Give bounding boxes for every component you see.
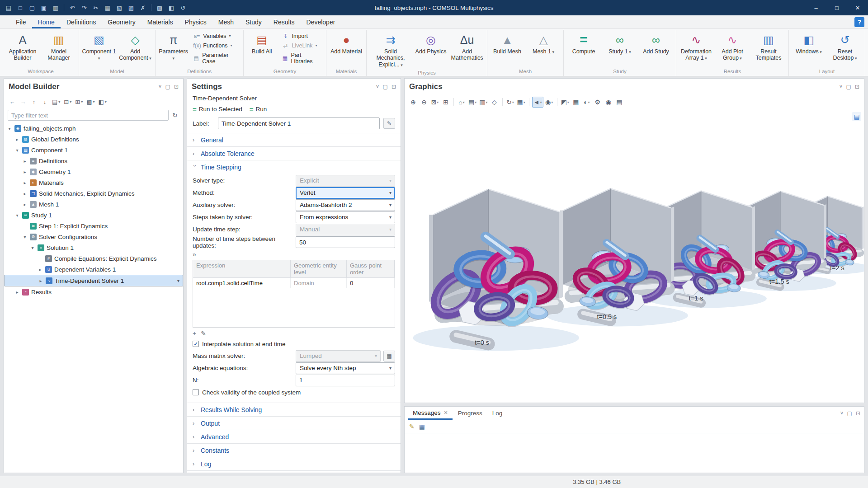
tree-item[interactable]: ▾◈falling_objects.mph [4, 123, 183, 134]
edit-table-button[interactable]: ✎ [201, 330, 206, 337]
section-absolute-tolerance-header[interactable]: › Absolute Tolerance [187, 147, 401, 160]
pin-panel-icon[interactable]: ⊡ [855, 84, 859, 90]
new-file-icon[interactable]: □ [15, 2, 25, 13]
reset-icon[interactable]: ↺ [178, 2, 188, 13]
app-menu-icon[interactable]: ▤ [4, 2, 14, 13]
copy-table-button[interactable]: ▦ [419, 423, 425, 430]
default-view-button[interactable]: ⌂ [457, 97, 467, 108]
checkbox-checked-icon[interactable]: ✓ [193, 341, 199, 347]
zoom-extents-button[interactable]: ⊠ [430, 97, 440, 108]
tree-caret-expanded-icon[interactable]: ▾ [14, 148, 20, 153]
add-mathematics-button[interactable]: Δu Add Mathematics [449, 30, 485, 69]
forward-button[interactable]: → [19, 97, 28, 107]
application-builder-button[interactable]: A Application Builder [5, 30, 41, 67]
table-button[interactable]: ▦ [571, 97, 581, 108]
mesh1-button[interactable]: △ Mesh 1 [525, 30, 561, 67]
copy-icon[interactable]: ▦ [103, 2, 113, 13]
import-button[interactable]: ↧ Import [279, 32, 324, 40]
tree-caret-collapsed-icon[interactable]: ▸ [22, 159, 28, 164]
view-plane-button[interactable]: ▥ [478, 97, 488, 108]
table-header[interactable]: Gauss-point order [347, 260, 395, 278]
solid-mechanics-button[interactable]: ⇉ Solid Mechanics, Explici... [368, 30, 413, 69]
tree-caret-collapsed-icon[interactable]: ▸ [38, 267, 43, 272]
toggle-view-button[interactable]: ◧ [97, 97, 107, 107]
section-advanced-header[interactable]: › Advanced [187, 430, 401, 443]
tree-item[interactable]: ▸◔Results [4, 286, 183, 297]
section-changes-from-defaults-header[interactable]: › Changes from Default Settings [187, 471, 401, 473]
section-time-stepping-header[interactable]: › Time Stepping [187, 160, 401, 174]
menu-home[interactable]: Home [32, 15, 61, 28]
section-output-header[interactable]: › Output [187, 417, 401, 430]
float-panel-icon[interactable]: ▢ [846, 84, 851, 90]
duplicate-icon[interactable]: ▨ [126, 2, 136, 13]
add-study-button[interactable]: ∞ Add Study [638, 30, 674, 67]
model-manager-button[interactable]: ▥ Model Manager [41, 30, 77, 67]
menu-definitions[interactable]: Definitions [61, 15, 102, 28]
functions-button[interactable]: f(x) Functions [190, 42, 241, 50]
graphics-canvas[interactable]: t=0 s t=0.5 s t=1 s t=1.5 s t=2 s ▤ [405, 109, 864, 403]
collapse-panel-icon[interactable]: ˅ [840, 84, 843, 90]
plot-settings-button[interactable]: ▦ [516, 97, 526, 108]
add-plot-group-button[interactable]: ∿ Add Plot Group [714, 30, 750, 67]
run-to-selected-button[interactable]: = Run to Selected [193, 105, 242, 113]
run-button[interactable]: = Run [250, 105, 267, 113]
float-panel-icon[interactable]: ▢ [383, 84, 388, 90]
filter-input[interactable] [8, 110, 169, 121]
add-row-button[interactable]: + [193, 330, 196, 337]
tree-caret-collapsed-icon[interactable]: ▸ [38, 278, 43, 283]
tree-item[interactable]: ▸⇉Solid Mechanics, Explicit Dynamics [4, 188, 183, 199]
paste-icon[interactable]: ▧ [114, 2, 124, 13]
select-mode-button[interactable]: ◄ [532, 97, 543, 108]
component-button[interactable]: ▧ Component 1 [81, 30, 117, 67]
tree-item[interactable]: ▸▲Mesh 1 [4, 199, 183, 210]
windows-button[interactable]: ◧ Windows [791, 30, 827, 67]
show-button[interactable]: ▤ [51, 97, 61, 107]
table-header[interactable]: Geometric entity level [291, 260, 347, 278]
mass-matrix-settings-button[interactable]: ▦ [383, 351, 395, 361]
clear-messages-button[interactable]: ✎ [409, 423, 415, 430]
tree-caret-collapsed-icon[interactable]: ▸ [14, 290, 20, 295]
camera-button[interactable]: ◉ [604, 97, 613, 108]
menu-materials[interactable]: Materials [142, 15, 179, 28]
section-constants-header[interactable]: › Constants [187, 444, 401, 457]
help-button[interactable]: ? [854, 17, 864, 27]
menu-results[interactable]: Results [268, 15, 301, 28]
open-icon[interactable]: ▢ [27, 2, 37, 13]
build-mesh-button[interactable]: ▲ Build Mesh [489, 30, 525, 67]
tree-caret-collapsed-icon[interactable]: ▸ [22, 191, 28, 196]
tree-item[interactable]: ▸uDependent Variables 1 [4, 264, 183, 275]
update-plot-button[interactable]: ↻ [505, 97, 515, 108]
tree-caret-expanded-icon[interactable]: ▾ [7, 126, 12, 131]
tree-item[interactable]: ▸◍Global Definitions [4, 134, 183, 145]
tab-progress[interactable]: Progress [453, 407, 487, 420]
environment-button[interactable]: ◩ [560, 97, 570, 108]
cut-icon[interactable]: ✂ [91, 2, 101, 13]
compute-button[interactable]: = Compute [566, 30, 602, 67]
collapse-panel-icon[interactable]: ˅ [840, 410, 844, 417]
check-validity-checkbox-row[interactable]: Check validity of the coupled system [193, 386, 395, 398]
collapse-all-button[interactable]: ⊟ [63, 97, 72, 107]
add-physics-button[interactable]: ◎ Add Physics [413, 30, 449, 69]
steps-taken-select[interactable]: From expressions [296, 211, 395, 223]
tree-caret-expanded-icon[interactable]: ▾ [22, 235, 28, 239]
move-up-button[interactable]: ↑ [29, 97, 38, 107]
pin-panel-icon[interactable]: ⊡ [392, 84, 396, 90]
undo-icon[interactable]: ↶ [67, 2, 77, 13]
menu-geometry[interactable]: Geometry [102, 15, 141, 28]
close-tab-icon[interactable]: ✕ [444, 410, 448, 416]
menu-file[interactable]: File [10, 15, 32, 28]
tree-item[interactable]: ▾=Solution 1 [4, 242, 183, 253]
appearance-button[interactable]: ◐ [582, 97, 592, 108]
algebraic-equations-select[interactable]: Solve every Nth step [296, 362, 395, 374]
close-button[interactable]: ✕ [847, 0, 868, 15]
tree-item[interactable]: ▸◐Materials [4, 177, 183, 188]
table-reorder-icon[interactable]: » [193, 251, 196, 258]
menu-study[interactable]: Study [240, 15, 268, 28]
auxiliary-solver-select[interactable]: Adams-Bashforth 2 [296, 199, 395, 211]
tree-item[interactable]: ▾▧Component 1 [4, 145, 183, 155]
steps-between-updates-input[interactable] [296, 236, 395, 248]
n-input[interactable] [296, 375, 395, 386]
tree-item[interactable]: ▾⚙Solver Configurations [4, 231, 183, 242]
tree-item[interactable]: ▸∿Time-Dependent Solver 1 [4, 275, 183, 286]
float-panel-icon[interactable]: ▢ [165, 84, 170, 90]
